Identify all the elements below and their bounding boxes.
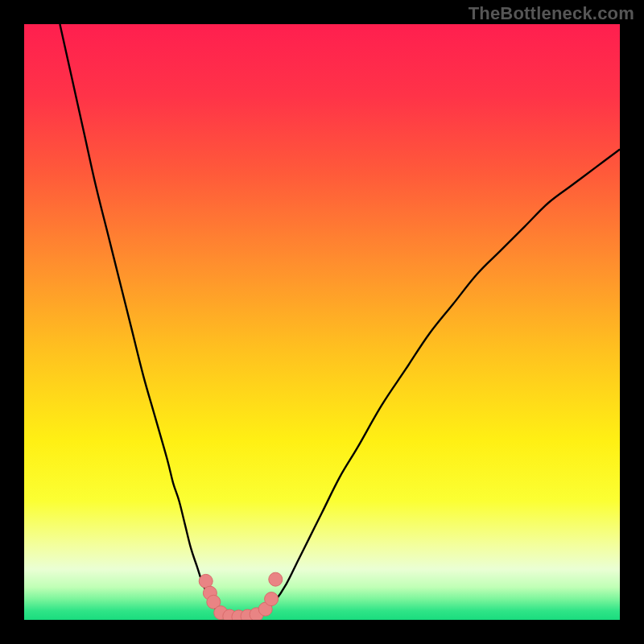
curves-layer <box>24 24 620 620</box>
marker-dot <box>265 592 279 606</box>
attribution-text: TheBottleneck.com <box>469 3 634 24</box>
plot-area <box>24 24 620 620</box>
marker-group <box>199 572 283 620</box>
marker-dot <box>269 572 283 586</box>
outer-frame: TheBottleneck.com <box>0 0 644 644</box>
curve-right-branch <box>262 149 620 613</box>
curve-left-branch <box>60 24 221 615</box>
